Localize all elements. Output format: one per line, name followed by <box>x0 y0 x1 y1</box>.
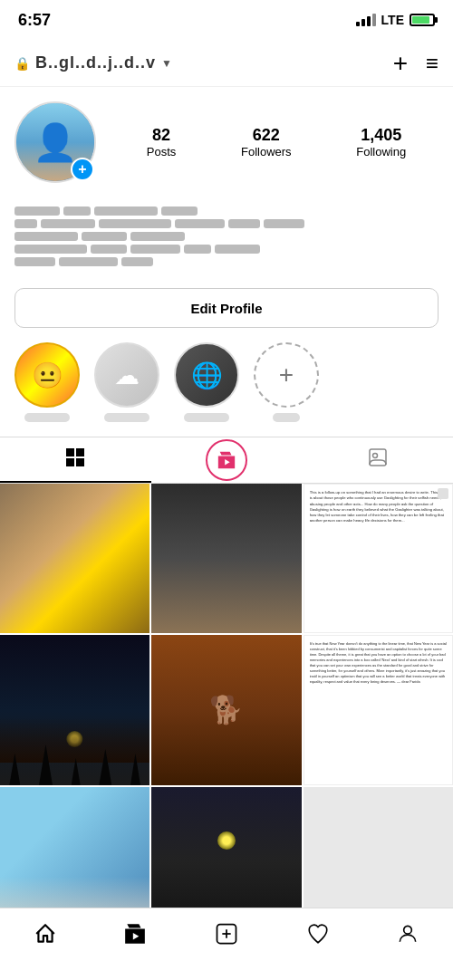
reels-nav-icon <box>123 922 147 952</box>
lock-icon: 🔒 <box>14 56 30 71</box>
highlights-row: 😐 ☁ 🌐 + <box>0 342 453 437</box>
chevron-down-icon[interactable]: ▼ <box>161 57 172 70</box>
grid-post-2[interactable] <box>151 484 301 633</box>
followers-stat[interactable]: 622 Followers <box>241 126 292 159</box>
nav-reels[interactable] <box>109 915 161 959</box>
nav-home[interactable] <box>19 915 72 959</box>
avatar-wrapper: + <box>14 101 96 183</box>
profile-scroll[interactable]: + 82 Posts 622 Followers 1,405 Following <box>0 87 453 908</box>
add-story-button[interactable]: + <box>71 158 94 181</box>
menu-icon[interactable]: ≡ <box>426 51 439 76</box>
highlight-circle-2: ☁ <box>94 342 159 408</box>
posts-label: Posts <box>147 145 177 159</box>
username-text: B..gl..d..j..d..v <box>35 53 156 72</box>
username-container[interactable]: 🔒 B..gl..d..j..d..v ▼ <box>14 53 172 72</box>
following-label: Following <box>356 145 406 159</box>
profile-top: + 82 Posts 622 Followers 1,405 Following <box>14 101 439 183</box>
tab-bar <box>0 437 453 484</box>
grid-post-5[interactable]: 🐕 <box>151 635 301 784</box>
bio-line-5 <box>14 257 439 266</box>
heart-icon <box>306 922 330 952</box>
followers-label: Followers <box>241 145 292 159</box>
content-grid: This is a follow-up on something that I … <box>0 484 453 908</box>
highlight-item-2[interactable]: ☁ <box>94 342 159 422</box>
tagged-icon <box>367 447 389 474</box>
tab-reels[interactable] <box>151 437 303 483</box>
lte-badge: LTE <box>381 13 404 27</box>
posts-stat[interactable]: 82 Posts <box>147 126 177 159</box>
edit-profile-button[interactable]: Edit Profile <box>14 288 439 328</box>
svg-rect-0 <box>66 448 74 456</box>
following-count: 1,405 <box>361 126 401 145</box>
scrollable-content: + 82 Posts 622 Followers 1,405 Following <box>0 87 453 908</box>
home-icon <box>34 922 57 952</box>
grid-icon <box>64 447 86 474</box>
nav-create[interactable] <box>199 914 254 960</box>
add-highlight-item[interactable]: + <box>254 342 319 422</box>
highlight-item-1[interactable]: 😐 <box>14 342 80 422</box>
svg-point-9 <box>404 926 412 934</box>
nav-profile[interactable] <box>381 915 434 959</box>
nav-notifications[interactable] <box>292 915 344 959</box>
svg-rect-3 <box>76 458 84 466</box>
highlight-label-1 <box>24 413 70 422</box>
profile-nav-icon <box>396 922 419 952</box>
highlight-label-add <box>273 413 300 422</box>
header-actions: + ≡ <box>393 49 439 78</box>
battery-icon <box>410 14 435 26</box>
highlight-circle-3: 🌐 <box>174 342 239 408</box>
svg-rect-2 <box>66 458 74 466</box>
header: 🔒 B..gl..d..j..d..v ▼ + ≡ <box>0 40 453 87</box>
bio-line-4 <box>14 245 439 254</box>
svg-rect-1 <box>76 448 84 456</box>
grid-post-7[interactable] <box>0 787 149 908</box>
grid-post-1[interactable] <box>0 484 149 633</box>
following-stat[interactable]: 1,405 Following <box>356 126 406 159</box>
highlight-circle-1: 😐 <box>14 342 80 408</box>
status-icons: LTE <box>356 13 435 27</box>
posts-count: 82 <box>152 126 170 145</box>
svg-rect-4 <box>370 449 386 466</box>
grid-post-3[interactable]: This is a follow-up on something that I … <box>304 484 453 633</box>
grid-post-8[interactable] <box>151 787 301 908</box>
bottom-nav <box>0 908 453 980</box>
profile-section: + 82 Posts 622 Followers 1,405 Following <box>0 87 453 207</box>
signal-icon <box>356 14 376 26</box>
tab-tagged[interactable] <box>302 437 453 483</box>
highlight-label-3 <box>184 413 229 422</box>
bio-line-3 <box>14 232 439 241</box>
add-icon[interactable]: + <box>393 49 408 78</box>
highlight-item-3[interactable]: 🌐 <box>174 342 239 422</box>
status-bar: 6:57 LTE <box>0 0 453 40</box>
reels-active-ring <box>206 439 247 481</box>
bio-section <box>0 207 453 281</box>
add-highlight-button[interactable]: + <box>254 342 319 408</box>
status-time: 6:57 <box>18 11 51 30</box>
grid-post-9[interactable]: ▢ <box>304 787 453 908</box>
bio-line-2 <box>14 219 439 228</box>
battery-fill <box>412 16 429 24</box>
followers-count: 622 <box>253 126 280 145</box>
grid-post-4[interactable] <box>0 635 149 784</box>
svg-point-5 <box>372 454 377 458</box>
highlight-label-2 <box>104 413 149 422</box>
stats-row: 82 Posts 622 Followers 1,405 Following <box>114 126 439 159</box>
grid-post-6[interactable]: It's true that New Year doesn't do anyth… <box>304 635 453 784</box>
bio-line-1 <box>14 207 439 216</box>
create-icon <box>214 921 239 953</box>
tab-grid[interactable] <box>0 437 151 483</box>
